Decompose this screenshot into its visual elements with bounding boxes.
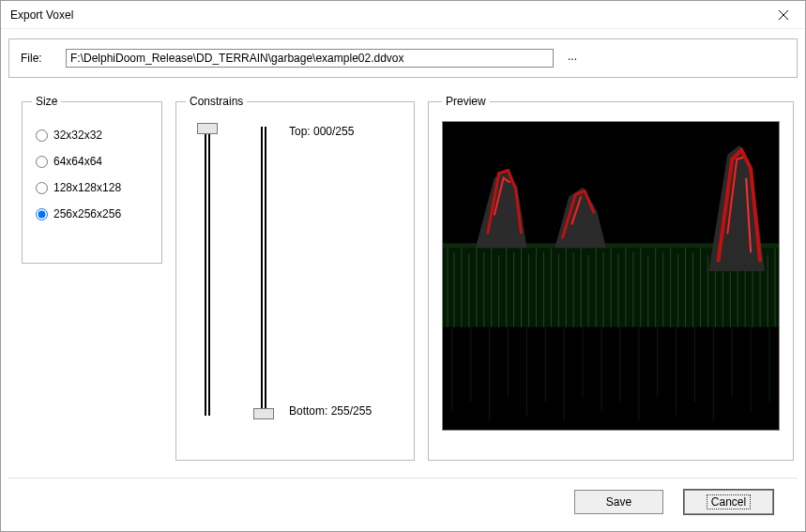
size-group: Size 32x32x32 64x64x64 128x128x128 256x2… [22,95,162,264]
export-voxel-dialog: Export Voxel File: ... Size 32x32x32 64x… [0,0,806,532]
size-legend: Size [32,95,61,108]
slider-track [205,127,210,416]
bottom-value-label: Bottom: 255/255 [289,404,372,418]
size-label-32: 32x32x32 [53,129,102,142]
size-radio-64[interactable] [36,156,48,168]
terrain-preview-icon [443,122,779,430]
close-icon [779,10,788,20]
size-radio-128[interactable] [36,182,48,194]
bottom-slider[interactable] [250,121,278,421]
slider-track [261,127,266,416]
size-radio-256[interactable] [36,208,48,220]
size-label-128: 128x128x128 [53,181,121,194]
content-area: Size 32x32x32 64x64x64 128x128x128 256x2… [1,78,805,478]
button-row: Save Cancel [8,478,798,531]
size-label-256: 256x256x256 [53,207,121,220]
constrains-legend: Constrains [186,95,247,108]
save-button[interactable]: Save [574,490,663,514]
preview-canvas [442,121,780,431]
svg-rect-50 [443,327,779,430]
file-path-input[interactable] [66,49,554,68]
top-value-label: Top: 000/255 [289,125,372,138]
preview-legend: Preview [442,95,490,108]
size-option-32[interactable]: 32x32x32 [36,129,152,142]
constrains-group: Constrains Top: 000/255 Bottom: 255/255 [175,95,415,461]
slider-thumb[interactable] [197,123,218,134]
file-row: File: ... [8,38,798,78]
titlebar: Export Voxel [1,1,805,29]
preview-group: Preview [428,95,794,461]
file-label: File: [21,52,58,65]
close-button[interactable] [769,4,798,26]
size-option-256[interactable]: 256x256x256 [36,207,152,220]
size-option-64[interactable]: 64x64x64 [36,155,152,168]
slider-thumb[interactable] [253,408,274,419]
size-option-128[interactable]: 128x128x128 [36,181,152,194]
size-label-64: 64x64x64 [53,155,102,168]
cancel-button[interactable]: Cancel [684,490,773,514]
window-title: Export Voxel [10,8,73,22]
browse-button[interactable]: ... [561,49,584,68]
size-radio-32[interactable] [36,129,48,142]
top-slider[interactable] [193,121,221,421]
